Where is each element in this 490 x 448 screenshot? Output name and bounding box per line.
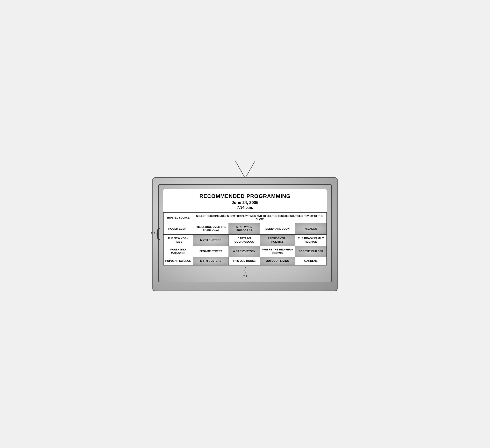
show-cell[interactable]: WHERE THE RED FERN GROWS xyxy=(260,246,295,257)
table-header-row: TRUSTED SOURCE SELECT RECOMMENDED SHOW F… xyxy=(164,212,327,223)
source-cell: POPULAR SCIENCE xyxy=(164,257,193,265)
table-row: THE NEW YORK TIMES MYTH BUSTERS CAPTAINS… xyxy=(164,235,327,246)
show-cell[interactable]: BENNY AND JOON xyxy=(260,223,295,235)
content-panel: RECOMMENDED PROGRAMMING June 24, 2005 7:… xyxy=(163,189,327,265)
table-row: POPULAR SCIENCE MYTH BUSTERS THIS OLD HO… xyxy=(164,257,327,265)
show-cell[interactable]: GARDENS xyxy=(295,257,326,265)
show-cell[interactable]: A BABY'S STORY xyxy=(229,246,260,257)
show-cell[interactable]: PRESIDENTIAL POLITICS xyxy=(260,235,295,246)
show-cell[interactable]: MYTH BUSTERS xyxy=(193,235,229,246)
bottom-label: 314 xyxy=(243,275,247,278)
antenna xyxy=(152,157,338,177)
table-row: PARENTING MAGAZINE SESAME STREET A BABY'… xyxy=(164,246,327,257)
bottom-bracket: } 314 xyxy=(163,267,327,278)
show-cell[interactable]: THE BRADY FAMILY REUNION xyxy=(295,235,326,246)
antenna-right xyxy=(245,161,255,178)
table-row: ROGER EBERT THE BRIDGE OVER THE RIVER KW… xyxy=(164,223,327,235)
show-cell[interactable]: STAR WARS EPISODE 38 xyxy=(229,223,260,235)
source-cell: THE NEW YORK TIMES xyxy=(164,235,193,246)
side-bracket-label: 312 xyxy=(151,232,155,235)
panel-header: RECOMMENDED PROGRAMMING June 24, 2005 7:… xyxy=(163,189,327,212)
instruction-cell: SELECT RECOMMENDED SHOW FOR PLAY TIMES A… xyxy=(193,212,326,223)
side-bracket: 312 { xyxy=(151,227,160,239)
show-cell[interactable]: BOB THE BUILDER xyxy=(295,246,326,257)
show-cell[interactable]: HIDALGO xyxy=(295,223,326,235)
panel-date: June 24, 2005 xyxy=(165,200,325,205)
bottom-brace: } xyxy=(196,267,294,274)
show-cell[interactable]: OUTDOOR LIVING xyxy=(260,257,295,265)
panel-time: 7:34 p.m. xyxy=(165,205,325,210)
show-cell[interactable]: THE BRIDGE OVER THE RIVER KWAI xyxy=(193,223,229,235)
show-cell[interactable]: SESAME STREET xyxy=(193,246,229,257)
program-grid: TRUSTED SOURCE SELECT RECOMMENDED SHOW F… xyxy=(163,212,327,265)
tv-screen: 312 { RECOMMENDED PROGRAMMING June 24, 2… xyxy=(158,184,332,282)
antenna-left xyxy=(235,161,245,178)
show-cell[interactable]: MYTH BUSTERS xyxy=(193,257,229,265)
source-cell: PARENTING MAGAZINE xyxy=(164,246,193,257)
page-wrapper: 312 { RECOMMENDED PROGRAMMING June 24, 2… xyxy=(152,157,338,291)
tv-body: 312 { RECOMMENDED PROGRAMMING June 24, 2… xyxy=(152,177,338,291)
panel-title: RECOMMENDED PROGRAMMING xyxy=(165,193,325,199)
bracket-brace: { xyxy=(156,227,160,239)
source-cell: ROGER EBERT xyxy=(164,223,193,235)
trusted-source-header: TRUSTED SOURCE xyxy=(164,212,193,223)
show-cell[interactable]: THIS OLD HOUSE xyxy=(229,257,260,265)
show-cell[interactable]: CAPTAINS COURAGEOUS xyxy=(229,235,260,246)
